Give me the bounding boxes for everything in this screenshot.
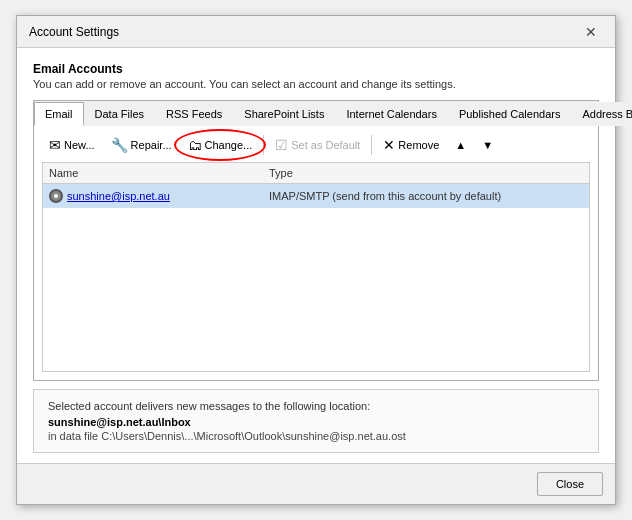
change-label: Change...: [205, 139, 253, 151]
dialog-footer: Close: [17, 463, 615, 504]
account-name: sunshine@isp.net.au: [49, 189, 269, 203]
toolbar-separator: [263, 135, 264, 155]
remove-label: Remove: [398, 139, 439, 151]
accounts-table: Name Type sunshine@isp.net.au IMAP/SMTP …: [42, 162, 590, 372]
tab-data-files[interactable]: Data Files: [84, 102, 156, 126]
change-button[interactable]: 🗂 Change...: [181, 134, 260, 156]
tab-internet-calendars[interactable]: Internet Calendars: [335, 102, 448, 126]
set-default-label: Set as Default: [291, 139, 360, 151]
email-tab-content: ✉ New... 🔧 Repair... 🗂 Change... ☑ Se: [34, 126, 598, 380]
repair-icon: 🔧: [111, 138, 128, 152]
remove-button[interactable]: ✕ Remove: [376, 134, 446, 156]
new-icon: ✉: [49, 138, 61, 152]
repair-label: Repair...: [131, 139, 172, 151]
tab-email[interactable]: Email: [34, 102, 84, 126]
tab-sharepoint-lists[interactable]: SharePoint Lists: [233, 102, 335, 126]
col-type-header: Type: [269, 167, 583, 179]
move-up-button[interactable]: ▲: [448, 135, 473, 155]
tab-address-books[interactable]: Address Books: [571, 102, 632, 126]
account-icon: [49, 189, 63, 203]
up-arrow-icon: ▲: [455, 139, 466, 151]
info-path: in data file C:\Users\Dennis\...\Microso…: [48, 430, 584, 442]
section-title: Email Accounts: [33, 62, 599, 76]
account-settings-dialog: Account Settings ✕ Email Accounts You ca…: [16, 15, 616, 505]
content-area: Email Accounts You can add or remove an …: [17, 48, 615, 463]
table-header: Name Type: [43, 163, 589, 184]
set-default-icon: ☑: [275, 138, 288, 152]
new-label: New...: [64, 139, 95, 151]
toolbar-separator-2: [371, 135, 372, 155]
account-type: IMAP/SMTP (send from this account by def…: [269, 190, 583, 202]
table-row[interactable]: sunshine@isp.net.au IMAP/SMTP (send from…: [43, 184, 589, 208]
info-account: sunshine@isp.net.au\Inbox: [48, 416, 584, 428]
close-button[interactable]: Close: [537, 472, 603, 496]
window-close-button[interactable]: ✕: [579, 23, 603, 41]
move-down-button[interactable]: ▼: [475, 135, 500, 155]
remove-icon: ✕: [383, 138, 395, 152]
tab-rss-feeds[interactable]: RSS Feeds: [155, 102, 233, 126]
tab-bar: Email Data Files RSS Feeds SharePoint Li…: [34, 101, 598, 126]
toolbar: ✉ New... 🔧 Repair... 🗂 Change... ☑ Se: [42, 134, 590, 156]
tab-published-calendars[interactable]: Published Calendars: [448, 102, 572, 126]
section-description: You can add or remove an account. You ca…: [33, 78, 599, 90]
repair-button[interactable]: 🔧 Repair...: [104, 134, 179, 156]
dialog-title: Account Settings: [29, 25, 119, 39]
down-arrow-icon: ▼: [482, 139, 493, 151]
col-name-header: Name: [49, 167, 269, 179]
set-default-button[interactable]: ☑ Set as Default: [268, 134, 367, 156]
tabs-container: Email Data Files RSS Feeds SharePoint Li…: [33, 100, 599, 381]
bottom-info: Selected account delivers new messages t…: [33, 389, 599, 453]
new-button[interactable]: ✉ New...: [42, 134, 102, 156]
change-icon: 🗂: [188, 138, 202, 152]
title-bar: Account Settings ✕: [17, 16, 615, 48]
info-label: Selected account delivers new messages t…: [48, 400, 584, 412]
